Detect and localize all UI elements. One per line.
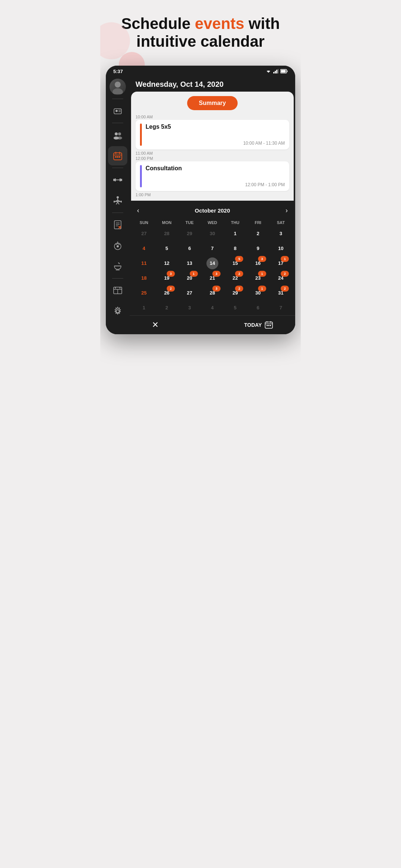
- cal-day[interactable]: 5: [229, 302, 241, 314]
- cal-day[interactable]: 2: [252, 228, 264, 240]
- cal-day[interactable]: 12: [161, 257, 173, 269]
- cal-day[interactable]: 1: [138, 302, 150, 314]
- cal-day-cell[interactable]: 24: [270, 271, 292, 286]
- cal-day[interactable]: 4: [138, 243, 150, 254]
- cal-day[interactable]: 11: [138, 257, 150, 269]
- cal-day[interactable]: 22: [229, 272, 241, 284]
- sidebar-item-calendar[interactable]: [108, 146, 127, 165]
- cal-day[interactable]: 17: [275, 257, 287, 269]
- sidebar-item-bowl[interactable]: [108, 257, 127, 276]
- cal-day-cell[interactable]: 17: [270, 256, 292, 271]
- cal-day-cell[interactable]: 19: [155, 271, 178, 286]
- cal-day[interactable]: 4: [206, 302, 218, 314]
- cal-day[interactable]: 7: [206, 243, 218, 254]
- cal-day[interactable]: 15: [229, 257, 241, 269]
- cal-day-cell[interactable]: 7: [201, 241, 224, 256]
- cal-day[interactable]: 3: [275, 228, 287, 240]
- event-card-legs[interactable]: Legs 5x5 10:00 AM - 11:30 AM: [136, 120, 289, 149]
- cal-day[interactable]: 7: [275, 302, 287, 314]
- today-button[interactable]: TODAY: [244, 321, 273, 329]
- cal-day-cell[interactable]: 25: [133, 286, 155, 300]
- cal-day[interactable]: 6: [252, 302, 264, 314]
- cal-day[interactable]: 13: [184, 257, 196, 269]
- cal-day-cell[interactable]: 13: [178, 256, 201, 271]
- cal-day[interactable]: 24: [275, 272, 287, 284]
- cal-day-cell[interactable]: 1: [224, 226, 247, 241]
- cal-day-cell[interactable]: 4: [133, 241, 155, 256]
- cal-day[interactable]: 26: [161, 287, 173, 299]
- event-card-consultation[interactable]: Consultation 12:00 PM - 1:00 PM: [136, 161, 289, 191]
- cal-day[interactable]: 3: [184, 302, 196, 314]
- cal-day[interactable]: 1: [229, 228, 241, 240]
- cal-day-cell[interactable]: 5: [224, 300, 247, 315]
- cal-day-cell[interactable]: 22: [224, 271, 247, 286]
- cal-day-cell[interactable]: 26: [155, 286, 178, 300]
- cal-day-cell[interactable]: 12: [155, 256, 178, 271]
- avatar[interactable]: [110, 79, 126, 95]
- cal-day-cell[interactable]: 9: [247, 241, 269, 256]
- cal-day[interactable]: 30: [206, 228, 218, 240]
- cal-day-cell[interactable]: 2: [247, 226, 269, 241]
- cal-day-cell[interactable]: 28: [201, 286, 224, 300]
- cal-day-cell[interactable]: 23: [247, 271, 269, 286]
- cal-day[interactable]: 9: [252, 243, 264, 254]
- cal-day-cell[interactable]: 6: [247, 300, 269, 315]
- cal-day-cell[interactable]: 6: [178, 241, 201, 256]
- cal-day-cell[interactable]: 4: [201, 300, 224, 315]
- cal-day-cell[interactable]: 16: [247, 256, 269, 271]
- summary-button[interactable]: Summary: [187, 96, 238, 110]
- close-button[interactable]: ✕: [152, 320, 159, 330]
- sidebar-item-settings[interactable]: [108, 302, 127, 321]
- sidebar-item-group[interactable]: [108, 125, 127, 145]
- cal-day-cell[interactable]: 21: [201, 271, 224, 286]
- cal-day-cell[interactable]: 15: [224, 256, 247, 271]
- cal-day[interactable]: 5: [161, 243, 173, 254]
- cal-day[interactable]: 30: [252, 287, 264, 299]
- cal-day-cell[interactable]: 3: [178, 300, 201, 315]
- sidebar-item-nutrition[interactable]: [108, 236, 127, 255]
- cal-day-cell[interactable]: 30: [247, 286, 269, 300]
- cal-day-cell[interactable]: 2: [155, 300, 178, 315]
- sidebar-item-person[interactable]: [108, 101, 127, 121]
- cal-day-cell[interactable]: 18: [133, 271, 155, 286]
- cal-day[interactable]: 6: [184, 243, 196, 254]
- cal-day[interactable]: 25: [138, 287, 150, 299]
- cal-day[interactable]: 20: [184, 272, 196, 284]
- sidebar-item-lifter[interactable]: [108, 191, 127, 210]
- sidebar-item-log[interactable]: [108, 215, 127, 234]
- sidebar-item-barbell[interactable]: [108, 170, 127, 190]
- cal-day-cell[interactable]: 1: [133, 300, 155, 315]
- cal-day[interactable]: 27: [138, 228, 150, 240]
- cal-day-cell[interactable]: 29: [224, 286, 247, 300]
- cal-day[interactable]: 28: [161, 228, 173, 240]
- cal-day[interactable]: 28: [206, 287, 218, 299]
- cal-day[interactable]: 2: [161, 302, 173, 314]
- prev-month-button[interactable]: ‹: [134, 205, 142, 216]
- sidebar-item-mealplan[interactable]: [108, 281, 127, 300]
- cal-day-cell[interactable]: 14: [201, 256, 224, 271]
- cal-day[interactable]: 23: [252, 272, 264, 284]
- next-month-button[interactable]: ›: [283, 205, 291, 216]
- cal-day[interactable]: 21: [206, 272, 218, 284]
- cal-day-cell[interactable]: 8: [224, 241, 247, 256]
- cal-day-cell[interactable]: 11: [133, 256, 155, 271]
- cal-day[interactable]: 10: [275, 243, 287, 254]
- cal-day[interactable]: 29: [184, 228, 196, 240]
- cal-day[interactable]: 31: [275, 287, 287, 299]
- cal-day[interactable]: 27: [184, 287, 196, 299]
- cal-day[interactable]: 8: [229, 243, 241, 254]
- cal-day[interactable]: 14: [206, 257, 218, 269]
- cal-day-cell[interactable]: 29: [178, 226, 201, 241]
- cal-day[interactable]: 18: [138, 272, 150, 284]
- cal-day-cell[interactable]: 5: [155, 241, 178, 256]
- cal-day-cell[interactable]: 27: [178, 286, 201, 300]
- cal-day-cell[interactable]: 20: [178, 271, 201, 286]
- cal-day-cell[interactable]: 7: [270, 300, 292, 315]
- cal-day[interactable]: 19: [161, 272, 173, 284]
- cal-day-cell[interactable]: 30: [201, 226, 224, 241]
- cal-day-cell[interactable]: 3: [270, 226, 292, 241]
- cal-day-cell[interactable]: 31: [270, 286, 292, 300]
- cal-day[interactable]: 29: [229, 287, 241, 299]
- cal-day-cell[interactable]: 28: [155, 226, 178, 241]
- cal-day[interactable]: 16: [252, 257, 264, 269]
